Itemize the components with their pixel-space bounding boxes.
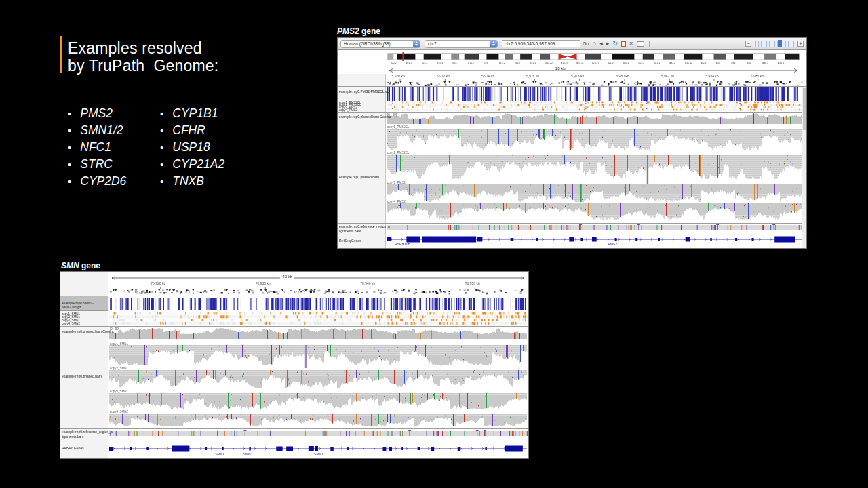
gene-list-item: •SMN1/2	[68, 122, 126, 139]
igv-tracks-canvas-smn[interactable]	[60, 272, 528, 458]
forward-icon[interactable]: ▸	[606, 41, 610, 47]
title-line1: Examples resolved	[68, 39, 202, 57]
zoom-in-button[interactable]: +	[797, 41, 804, 47]
bullet-icon: •	[68, 159, 71, 170]
gene-name-text: CYP21A2	[172, 157, 224, 171]
gene-list-item: •STRC	[68, 156, 126, 173]
gene-name-text: CFHR	[172, 123, 205, 138]
gene-list-item: •CYP2D6	[68, 173, 126, 190]
back-icon[interactable]: ◂	[599, 41, 603, 47]
comment-icon[interactable]	[637, 41, 644, 47]
gene-list-item: •TNXB	[160, 173, 224, 190]
zoom-slider[interactable]	[753, 41, 796, 47]
bullet-icon: •	[160, 176, 163, 187]
combo-arrows-icon	[490, 41, 497, 47]
zoom-out-button[interactable]: −	[745, 41, 751, 47]
gene-name-text: CYP2D6	[80, 174, 126, 188]
bullet-icon: •	[160, 159, 163, 170]
gene-name-text: NFC1	[80, 140, 111, 155]
bullet-icon: •	[160, 125, 163, 136]
gene-name-text: PMS2	[80, 106, 113, 121]
region-tool-icon[interactable]	[621, 41, 626, 47]
gene-list-item: •CYP21A2	[160, 156, 224, 173]
toolbar-separator	[649, 41, 650, 47]
bullet-icon: •	[160, 108, 163, 119]
bullet-icon: •	[68, 142, 71, 153]
bullet-icon: •	[68, 125, 71, 136]
gene-list-item: •CFHR	[160, 122, 224, 139]
gene-list-item: •NFC1	[68, 139, 126, 156]
smn-panel-heading: SMN gene	[61, 261, 100, 270]
title-line2: by TruPath Genome:	[68, 57, 218, 75]
close-icon[interactable]: ×	[629, 41, 633, 47]
pms2-heading-gene-symbol: PMS2	[337, 26, 359, 36]
pms2-panel-heading: PMS2 gene	[337, 26, 380, 36]
genome-select-value: Human (GRCh38/hg38)	[344, 41, 391, 46]
pms2-heading-suffix: gene	[359, 26, 380, 36]
igv-panel-smn: 40 kb70,920 kb70,930 kb70,940 kb70,950 k…	[60, 271, 529, 459]
gene-name-text: SMN1/2	[80, 123, 123, 138]
gene-name-text: TNXB	[172, 174, 204, 188]
gene-name-text: USP18	[172, 140, 210, 155]
gene-list-item: •USP18	[160, 139, 224, 156]
gene-list-item: •CYP1B1	[160, 105, 224, 122]
combo-arrows-icon	[413, 41, 420, 47]
chromosome-select-value: chr7	[428, 41, 437, 46]
home-icon[interactable]: ⌂	[593, 41, 596, 47]
bullet-icon: •	[68, 108, 71, 119]
bullet-icon: •	[68, 176, 71, 187]
bullet-icon: •	[160, 142, 163, 153]
smn-heading-suffix: gene	[79, 261, 100, 270]
go-button[interactable]: Go	[583, 41, 589, 46]
gene-list-column-1: •PMS2•SMN1/2•NFC1•STRC•CYP2D6	[68, 105, 126, 190]
refresh-icon[interactable]: ↻	[612, 41, 618, 47]
accent-bar	[60, 36, 62, 73]
genome-select[interactable]: Human (GRCh38/hg38)	[340, 40, 420, 48]
chromosome-select[interactable]: chr7	[425, 40, 498, 48]
page-title: Examples resolvedby TruPath Genome:	[68, 40, 218, 75]
zoom-slider-thumb[interactable]	[778, 40, 782, 47]
gene-name-text: STRC	[80, 157, 113, 171]
smn-heading-gene-symbol: SMN	[61, 261, 79, 270]
gene-list-column-2: •CYP1B1•CFHR•USP18•CYP21A2•TNXB	[160, 105, 224, 190]
igv-tracks-canvas-pms2[interactable]	[338, 50, 806, 248]
gene-name-text: CYP1B1	[172, 106, 218, 121]
igv-panel-pms2: Human (GRCh38/hg38) chr7 Go ⌂ ◂ ▸ ↻ × − …	[337, 37, 807, 249]
gene-list-item: •PMS2	[68, 105, 126, 122]
locus-input[interactable]	[502, 40, 580, 47]
igv-toolbar: Human (GRCh38/hg38) chr7 Go ⌂ ◂ ▸ ↻ × − …	[338, 38, 806, 50]
zoom-control: − +	[745, 41, 804, 47]
